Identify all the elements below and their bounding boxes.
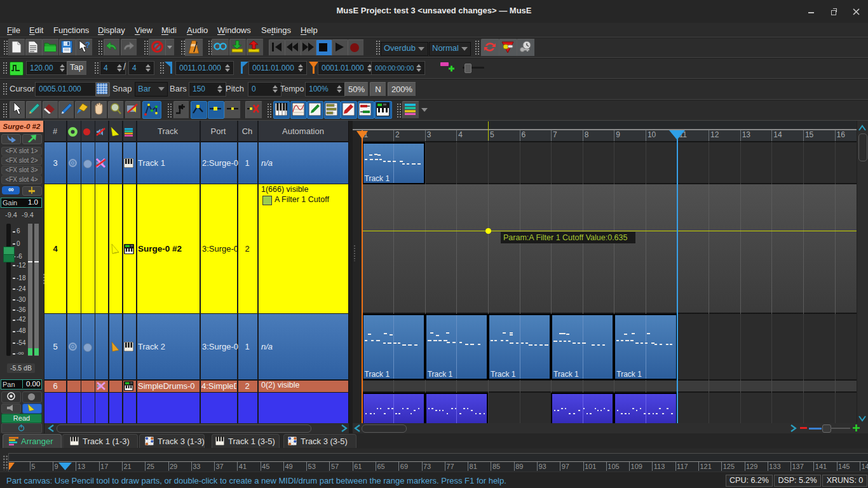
svg-text:?: ? [85,40,90,50]
